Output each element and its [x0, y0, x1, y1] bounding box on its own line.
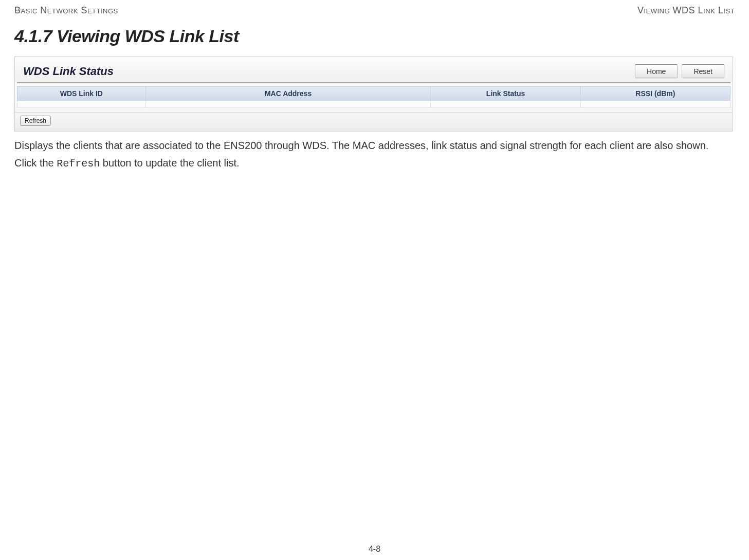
page-number: 4-8 — [0, 545, 749, 554]
table-row — [17, 101, 730, 108]
screenshot-panel: WDS Link Status Home Reset WDS Link ID M… — [14, 57, 733, 132]
divider — [17, 82, 730, 83]
screenshot-top-bar: WDS Link Status Home Reset — [15, 57, 733, 82]
bottom-controls: Refresh — [15, 112, 733, 131]
col-mac-address: MAC Address — [145, 87, 431, 101]
table-header-row: WDS Link ID MAC Address Link Status RSSI… — [17, 87, 730, 101]
cell-empty — [580, 101, 730, 108]
reset-button[interactable]: Reset — [682, 64, 724, 78]
page-header: Basic Network Settings Viewing WDS Link … — [14, 5, 735, 16]
p2-prefix: Click the — [14, 157, 57, 169]
col-wds-link-id: WDS Link ID — [17, 87, 146, 101]
table-area: WDS Link ID MAC Address Link Status RSSI… — [15, 86, 733, 112]
col-rssi: RSSI (dBm) — [580, 87, 730, 101]
description-paragraph-1: Displays the clients that are associated… — [14, 139, 735, 152]
refresh-button[interactable]: Refresh — [20, 116, 51, 126]
wds-table: WDS Link ID MAC Address Link Status RSSI… — [17, 86, 730, 108]
panel-title: WDS Link Status — [23, 65, 114, 78]
refresh-code: Refresh — [57, 158, 100, 170]
cell-empty — [431, 101, 580, 108]
header-left: Basic Network Settings — [14, 5, 118, 16]
col-link-status: Link Status — [431, 87, 580, 101]
cell-empty — [17, 101, 146, 108]
cell-empty — [145, 101, 431, 108]
section-title: 4.1.7 Viewing WDS Link List — [14, 26, 735, 46]
home-button[interactable]: Home — [635, 64, 678, 78]
p2-suffix: button to update the client list. — [100, 157, 239, 169]
description-paragraph-2: Click the Refresh button to update the c… — [14, 156, 735, 171]
header-right: Viewing WDS Link List — [637, 5, 735, 16]
top-buttons: Home Reset — [635, 64, 724, 78]
